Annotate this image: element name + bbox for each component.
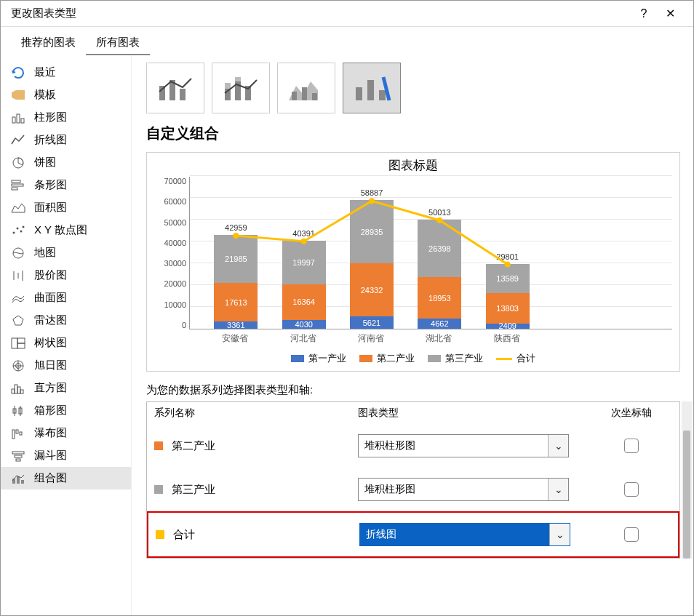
svg-rect-6 [12,188,17,190]
secondary-axis-checkbox[interactable] [624,439,639,453]
data-label-total: 58887 [361,188,383,197]
sidebar-item-combo[interactable]: 组合图 [1,467,131,489]
series-name-label: 第二产业 [172,439,215,453]
sidebar-item-histo[interactable]: 直方图 [1,377,131,399]
bar-group: 5621243322893558887 [350,200,394,329]
sidebar-item-waterfall[interactable]: 瀑布图 [1,422,131,444]
close-button[interactable]: ✕ [657,7,683,20]
svg-rect-36 [16,459,20,461]
sidebar-item-box[interactable]: 箱形图 [1,399,131,422]
chart-type-select[interactable]: 折线图⌄ [359,523,570,546]
bar-segment: 4662 [418,319,461,329]
sidebar-item-bar[interactable]: 条形图 [1,174,131,196]
svg-point-10 [23,225,25,228]
sidebar-item-template[interactable]: 模板 [1,84,131,106]
sidebar-item-radar[interactable]: 雷达图 [1,309,131,332]
svg-rect-38 [17,476,20,484]
tab-all-charts[interactable]: 所有图表 [86,31,150,55]
series-swatch-icon [154,441,163,450]
bar-segment: 4030 [282,320,326,329]
sidebar-item-pie[interactable]: 饼图 [1,151,131,174]
svg-rect-5 [12,184,23,186]
series-row: 第二产业堆积柱形图⌄ [147,424,679,468]
sidebar-item-recent[interactable]: 最近 [1,61,131,84]
sidebar-item-label: 箱形图 [34,404,67,417]
data-label-total: 42959 [225,223,247,232]
svg-rect-50 [312,93,317,100]
sidebar-item-stock[interactable]: 股价图 [1,264,131,287]
sidebar-item-map[interactable]: 地图 [1,241,131,264]
sidebar-item-label: 折线图 [34,133,67,147]
svg-rect-34 [12,452,24,454]
bar-segment: 28935 [350,200,394,263]
data-label-total: 50013 [428,208,451,217]
ytick-label: 20000 [164,279,186,288]
sidebar-item-label: 面积图 [34,201,67,215]
xlabel: 安徽省 [213,332,257,345]
bar-icon [11,179,25,192]
svg-point-9 [20,230,23,232]
svg-rect-32 [16,430,18,433]
legend-item: 合计 [496,352,535,365]
combo-subtype-2[interactable] [212,63,270,113]
sidebar-item-label: 最近 [34,65,56,79]
chart-type-select[interactable]: 堆积柱形图⌄ [358,434,569,457]
ytick-label: 70000 [164,177,186,185]
tab-recommended[interactable]: 推荐的图表 [11,31,86,55]
bar-segment: 13589 [486,264,530,294]
chevron-down-icon: ⌄ [549,524,570,545]
bar-segment: 26398 [418,220,461,277]
svg-rect-39 [21,480,24,484]
svg-rect-24 [15,385,17,393]
stock-icon [11,269,25,282]
box-icon [11,404,25,417]
sidebar-item-label: 漏斗图 [34,449,67,463]
svg-marker-15 [13,316,23,325]
bar-segment: 2409 [486,324,530,329]
series-name-label: 第三产业 [172,483,215,497]
legend-swatch-icon [359,355,372,362]
map-icon [11,247,25,260]
combo-subtype-3[interactable] [277,63,335,113]
sidebar-item-label: 树状图 [34,336,67,350]
ytick-label: 40000 [164,239,186,247]
bar-segment: 5621 [350,316,394,329]
svg-rect-51 [356,87,362,100]
sidebar-item-line[interactable]: 折线图 [1,129,131,151]
sidebar-item-scatter[interactable]: X Y 散点图 [1,219,131,241]
combo-subtype-1[interactable] [146,63,204,113]
series-scrollbar[interactable] [682,401,692,559]
sidebar-item-label: 雷达图 [34,313,67,327]
col-series-name: 系列名称 [154,407,358,420]
treemap-icon [11,337,25,350]
svg-point-8 [17,227,19,229]
sidebar-item-label: 条形图 [34,178,67,192]
legend-swatch-icon [291,355,304,362]
sidebar-item-funnel[interactable]: 漏斗图 [1,444,131,467]
svg-point-7 [13,231,15,233]
bar-group: 2409138031358929801 [486,264,530,329]
help-button[interactable]: ? [631,7,657,20]
sidebar-item-column[interactable]: 柱形图 [1,106,131,129]
combo-subtype-4[interactable] [343,63,401,113]
sidebar-item-surface[interactable]: 曲面图 [1,287,131,309]
funnel-icon [11,449,25,463]
legend-item: 第一产业 [291,352,346,365]
sidebar-item-sunburst[interactable]: 旭日图 [1,354,131,377]
secondary-axis-checkbox[interactable] [624,482,639,497]
sidebar-item-treemap[interactable]: 树状图 [1,332,131,354]
scatter-icon [11,224,25,237]
legend-line-icon [496,358,512,360]
series-row: 合计折线图⌄ [147,511,679,558]
svg-rect-4 [12,180,20,183]
pie-icon [11,156,25,169]
bar-segment: 21985 [214,235,258,283]
svg-rect-52 [367,80,374,100]
legend-swatch-icon [428,355,441,362]
secondary-axis-checkbox[interactable] [624,527,639,542]
svg-rect-18 [17,343,25,348]
chart-type-select[interactable]: 堆积柱形图⌄ [358,478,569,501]
bar-segment: 19997 [282,241,326,284]
sidebar-item-area[interactable]: 面积图 [1,196,131,219]
bar-segment: 16364 [282,284,326,320]
